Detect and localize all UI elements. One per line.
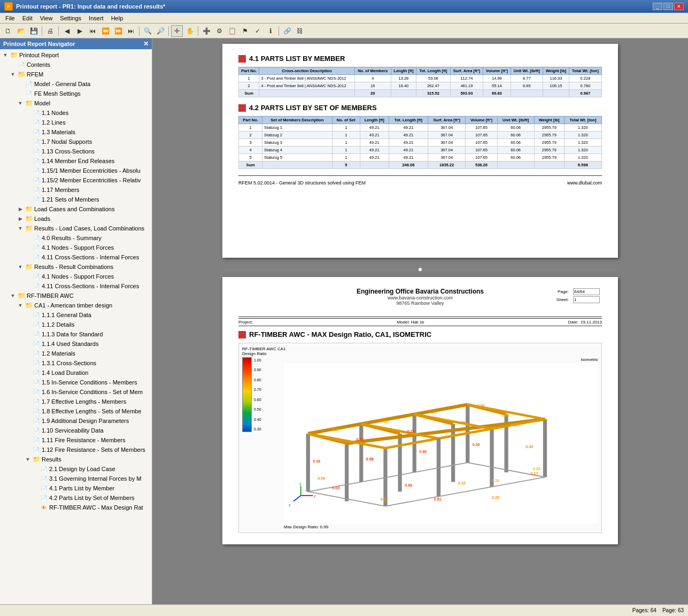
tree-item-sets-of-members[interactable]: 📄1.21 Sets of Members — [0, 195, 152, 204]
svg-text:0.81: 0.81 — [434, 497, 441, 502]
table2-cell-0-6: 107.65 — [466, 124, 497, 132]
clipboard-button[interactable]: 📋 — [226, 25, 238, 37]
tree-item-ca1[interactable]: ▼📁CA1 - American timber design — [0, 301, 152, 310]
navigator-tree[interactable]: ▼📁Printout Report📄Contents▼📁RFEM📄Model -… — [0, 49, 152, 604]
project-label: Project: — [238, 320, 253, 325]
flag-button[interactable]: ⚑ — [239, 25, 251, 37]
tree-item-data-standard[interactable]: 📄1.1.3 Data for Standard — [0, 329, 152, 339]
tree-item-max-design-ratio[interactable]: 👁RF-TIMBER AWC - Max Design Rat — [0, 503, 152, 512]
tree-item-model[interactable]: ▼📁Model — [0, 98, 152, 108]
tree-label-nodes: 1.1 Nodes — [42, 110, 68, 116]
tree-item-parts-list-set[interactable]: 📄4.2 Parts List by Set of Members — [0, 493, 152, 503]
doc-icon: 📄 — [18, 62, 25, 68]
menu-insert[interactable]: Insert — [86, 14, 107, 22]
select-button[interactable]: ✛ — [171, 25, 183, 37]
tree-item-rf-timber[interactable]: ▼📁RF-TIMBER AWC — [0, 291, 152, 301]
hand-button[interactable]: ✋ — [184, 25, 196, 37]
tree-item-fe-mesh[interactable]: 📄FE Mesh Settings — [0, 89, 152, 98]
tree-item-member-ecc-rel[interactable]: 📄1.15/2 Member Eccentricities - Relativ — [0, 175, 152, 185]
tree-item-cross-sections-rc[interactable]: 📄4.11 Cross-Sections - Internal Forces — [0, 281, 152, 291]
tree-item-rfem[interactable]: ▼📁RFEM — [0, 70, 152, 79]
tree-item-member-ecc-abs[interactable]: 📄1.15/1 Member Eccentricities - Absolu — [0, 166, 152, 175]
tree-item-eff-lengths-members[interactable]: 📄1.7 Effective Lengths - Members — [0, 397, 152, 406]
tree-item-parts-list-member[interactable]: 📄4.1 Parts List by Member — [0, 483, 152, 493]
tree-item-fire-resistance-members[interactable]: 📄1.11 Fire Resistance - Members — [0, 435, 152, 445]
tree-item-member-end-releases[interactable]: 📄1.14 Member End Releases — [0, 156, 152, 166]
table1-cell-2-9: 0.987 — [569, 90, 601, 97]
tree-item-contents[interactable]: 📄Contents — [0, 60, 152, 70]
print-button[interactable]: 🖨 — [44, 25, 56, 37]
tree-item-materials[interactable]: 📄1.3 Materials — [0, 127, 152, 137]
folder-icon: 📁 — [25, 99, 33, 107]
table1-cell-0-3: 13.28 — [391, 75, 416, 82]
tree-item-model-general[interactable]: 📄Model - General Data — [0, 79, 152, 89]
tree-item-details[interactable]: 📄1.1.2 Details — [0, 320, 152, 329]
navigator-close-button[interactable]: ✕ — [143, 40, 149, 48]
tree-item-materials-ca1[interactable]: 📄1.2 Materials — [0, 349, 152, 358]
open-button[interactable]: 📂 — [15, 25, 27, 37]
minimize-button[interactable]: _ — [653, 3, 662, 10]
tree-item-cross-sections-ca1[interactable]: 📄1.3.1 Cross-Sections — [0, 358, 152, 368]
tree-icon-member-ecc-abs: 📄 — [32, 166, 41, 175]
check-button[interactable]: ✓ — [252, 25, 264, 37]
tree-item-nodes-support-forces-lc[interactable]: 📄4.1 Nodes - Support Forces — [0, 243, 152, 252]
tree-item-printout[interactable]: ▼📁Printout Report — [0, 50, 152, 60]
close-button[interactable]: ✕ — [674, 3, 684, 10]
tree-expander-eff-lengths-members — [24, 397, 32, 406]
table2-cell-3-9: 1.320 — [564, 147, 601, 154]
tree-item-add-design-params[interactable]: 📄1.9 Additional Design Parameters — [0, 416, 152, 426]
tree-item-results-summary[interactable]: 📄4.0 Results - Summary — [0, 233, 152, 243]
info-button[interactable]: ℹ — [265, 25, 276, 37]
link-button[interactable]: 🔗 — [281, 25, 293, 37]
tree-item-serviceability[interactable]: 📄1.10 Serviceability Data — [0, 426, 152, 435]
tree-icon-results-summary: 📄 — [32, 234, 41, 242]
tree-item-results-ca1[interactable]: ▼📁Results — [0, 455, 152, 464]
forward-button[interactable]: ▶ — [74, 25, 86, 37]
tree-item-cross-sections[interactable]: 📄1.13 Cross-Sections — [0, 147, 152, 156]
tree-item-nodes-support-forces-rc[interactable]: 📄4.1 Nodes - Support Forces — [0, 272, 152, 281]
maximize-button[interactable]: □ — [663, 3, 673, 10]
last-button[interactable]: ⏭ — [125, 25, 137, 37]
zoom-in-button[interactable]: 🔍 — [142, 25, 153, 37]
zoom-out-button[interactable]: 🔎 — [154, 25, 166, 37]
tree-label-results-lc: Results - Load Cases, Load Combinations — [34, 225, 144, 232]
settings-icon-button[interactable]: ⚙ — [213, 25, 225, 37]
chain-button[interactable]: ⛓ — [294, 25, 306, 37]
tree-item-lines[interactable]: 📄1.2 Lines — [0, 118, 152, 127]
tree-item-eff-lengths-sets[interactable]: 📄1.8 Effective Lengths - Sets of Membe — [0, 406, 152, 416]
menu-edit[interactable]: Edit — [19, 14, 36, 22]
tree-item-nodal-supports[interactable]: 📄1.7 Nodal Supports — [0, 137, 152, 147]
tree-item-fire-resistance-sets[interactable]: 📄1.12 Fire Resistance - Sets of Members — [0, 445, 152, 455]
tree-item-general-data[interactable]: 📄1.1.1 General Data — [0, 310, 152, 320]
page-value-input[interactable] — [573, 288, 600, 295]
new-button[interactable]: 🗋 — [2, 25, 14, 37]
tree-icon-nodes-support-forces-lc: 📄 — [32, 243, 41, 252]
sheet-value-input[interactable] — [573, 296, 600, 303]
tree-item-load-duration[interactable]: 📄1.4 Load Duration — [0, 368, 152, 378]
next-button[interactable]: ⏩ — [112, 25, 124, 37]
tree-icon-design-load-case: 📄 — [40, 465, 48, 473]
navigator-panel: Printout Report Navigator ✕ ▼📁Printout R… — [0, 38, 152, 604]
first-button[interactable]: ⏮ — [87, 25, 98, 37]
tree-item-in-service-set[interactable]: 📄1.6 In-Service Conditions - Set of Mem — [0, 387, 152, 397]
prev-button[interactable]: ⏪ — [99, 25, 111, 37]
back-button[interactable]: ◀ — [61, 25, 73, 37]
tree-item-in-service-members[interactable]: 📄1.5 In-Service Conditions - Members — [0, 378, 152, 387]
tree-item-used-standards[interactable]: 📄1.1.4 Used Standards — [0, 339, 152, 349]
tree-item-cross-sections-lc[interactable]: 📄4.11 Cross-Sections - Internal Forces — [0, 252, 152, 262]
menu-view[interactable]: View — [37, 14, 56, 22]
tree-item-nodes[interactable]: 📄1.1 Nodes — [0, 108, 152, 118]
tree-item-load-cases[interactable]: ▶📁Load Cases and Combinations — [0, 204, 152, 214]
tree-item-governing-forces[interactable]: 📄3.1 Governing Internal Forces by M — [0, 474, 152, 483]
tree-item-loads[interactable]: ▶📁Loads — [0, 214, 152, 224]
tree-item-design-load-case[interactable]: 📄2.1 Design by Load Case — [0, 464, 152, 474]
tree-item-members[interactable]: 📄1.17 Members — [0, 185, 152, 195]
tree-item-results-rc[interactable]: ▼📁Results - Result Combinations — [0, 262, 152, 272]
menu-help[interactable]: Help — [108, 14, 127, 22]
add-button[interactable]: ➕ — [200, 25, 212, 37]
save-button[interactable]: 💾 — [28, 25, 40, 37]
menu-settings[interactable]: Settings — [57, 14, 84, 22]
menu-file[interactable]: File — [2, 14, 18, 22]
table2-row-2: 3Stabzug 3149.2149.21367.04107.6560.0629… — [239, 139, 602, 147]
tree-item-results-lc[interactable]: ▼📁Results - Load Cases, Load Combination… — [0, 224, 152, 233]
